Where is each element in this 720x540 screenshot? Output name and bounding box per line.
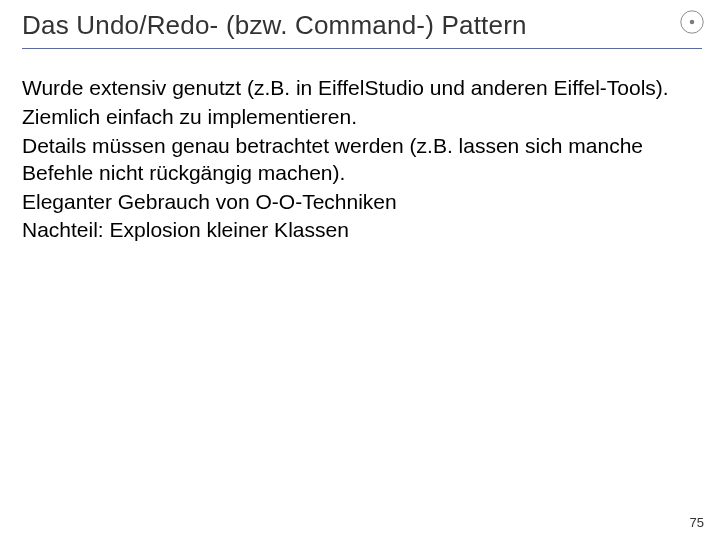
title-bar: Das Undo/Redo- (bzw. Command-) Pattern bbox=[22, 10, 698, 49]
body-line: Ziemlich einfach zu implementieren. bbox=[22, 104, 672, 131]
slide: Das Undo/Redo- (bzw. Command-) Pattern W… bbox=[0, 0, 720, 540]
title-underline bbox=[22, 48, 702, 49]
body-line: Wurde extensiv genutzt (z.B. in EiffelSt… bbox=[22, 75, 672, 102]
body-line: Nachteil: Explosion kleiner Klassen bbox=[22, 217, 672, 244]
body-line: Details müssen genau betrachtet werden (… bbox=[22, 133, 672, 187]
slide-body: Wurde extensiv genutzt (z.B. in EiffelSt… bbox=[22, 75, 698, 244]
body-line: Eleganter Gebrauch von O-O-Techniken bbox=[22, 189, 672, 216]
page-number: 75 bbox=[690, 515, 704, 530]
slide-title: Das Undo/Redo- (bzw. Command-) Pattern bbox=[22, 10, 698, 49]
